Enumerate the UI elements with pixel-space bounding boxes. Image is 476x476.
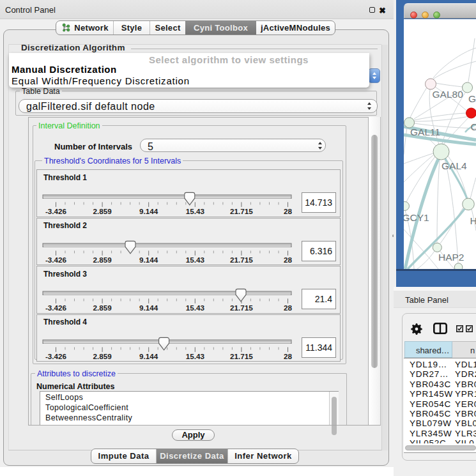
svg-text:9.144: 9.144 <box>139 207 158 215</box>
svg-text:-3.426: -3.426 <box>45 303 67 312</box>
svg-text:2.859: 2.859 <box>93 256 112 264</box>
svg-text:28: 28 <box>284 303 293 312</box>
svg-text:H: H <box>470 215 476 226</box>
svg-text:2.859: 2.859 <box>93 207 112 215</box>
svg-text:9.144: 9.144 <box>139 256 158 264</box>
svg-text:-3.426: -3.426 <box>45 352 67 360</box>
svg-text:2.859: 2.859 <box>93 303 112 312</box>
svg-text:21.715: 21.715 <box>230 207 253 215</box>
svg-text:HAP2: HAP2 <box>438 252 464 263</box>
svg-text:15.43: 15.43 <box>186 352 205 360</box>
svg-text:GA: GA <box>468 93 476 104</box>
svg-text:GAL11: GAL11 <box>410 127 440 137</box>
svg-text:15.43: 15.43 <box>186 303 205 312</box>
svg-text:C: C <box>471 121 476 132</box>
svg-text:15.43: 15.43 <box>186 256 205 264</box>
svg-text:28: 28 <box>284 207 293 215</box>
svg-text:GAL4: GAL4 <box>441 160 467 171</box>
svg-text:-3.426: -3.426 <box>45 207 67 215</box>
svg-text:21.715: 21.715 <box>230 352 253 360</box>
svg-text:2.859: 2.859 <box>93 352 112 360</box>
svg-text:28: 28 <box>284 256 293 264</box>
svg-text:9.144: 9.144 <box>139 352 158 360</box>
svg-text:15.43: 15.43 <box>186 207 205 215</box>
svg-text:GCY1: GCY1 <box>404 212 429 223</box>
svg-text:GAL80: GAL80 <box>433 89 464 100</box>
svg-text:21.715: 21.715 <box>230 256 253 264</box>
svg-text:9.144: 9.144 <box>139 303 158 312</box>
svg-text:-3.426: -3.426 <box>45 256 67 264</box>
svg-text:21.715: 21.715 <box>230 303 253 312</box>
svg-text:28: 28 <box>284 352 293 360</box>
